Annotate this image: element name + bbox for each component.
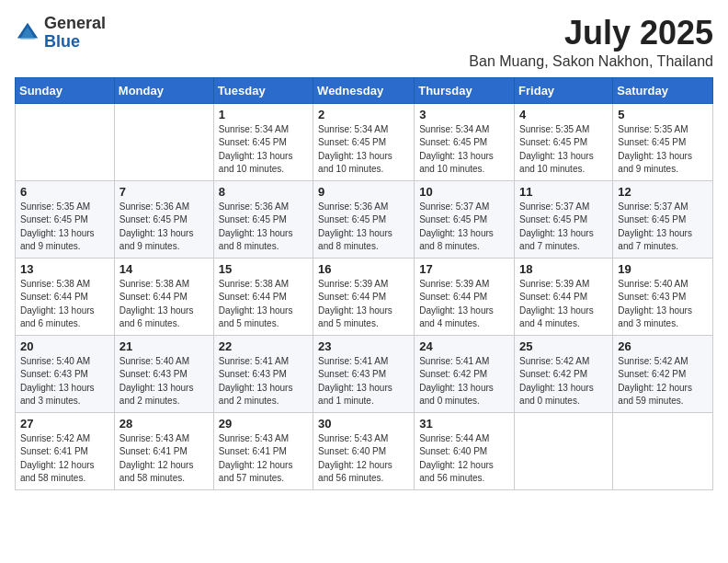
calendar-cell: 11Sunrise: 5:37 AM Sunset: 6:45 PM Dayli… (515, 180, 613, 258)
logo-icon (15, 20, 40, 46)
month-title: July 2025 (469, 15, 713, 52)
calendar-cell: 24Sunrise: 5:41 AM Sunset: 6:42 PM Dayli… (415, 335, 515, 412)
calendar-cell: 10Sunrise: 5:37 AM Sunset: 6:45 PM Dayli… (415, 180, 515, 258)
day-number: 9 (318, 185, 409, 199)
day-number: 17 (419, 262, 509, 276)
day-detail: Sunrise: 5:37 AM Sunset: 6:45 PM Dayligh… (519, 201, 608, 254)
header-friday: Friday (515, 77, 613, 103)
day-number: 13 (20, 262, 109, 276)
header-saturday: Saturday (613, 77, 713, 103)
calendar-cell: 4Sunrise: 5:35 AM Sunset: 6:45 PM Daylig… (515, 103, 613, 180)
calendar-cell: 12Sunrise: 5:37 AM Sunset: 6:45 PM Dayli… (613, 180, 713, 258)
day-detail: Sunrise: 5:36 AM Sunset: 6:45 PM Dayligh… (219, 201, 308, 254)
calendar-week-4: 20Sunrise: 5:40 AM Sunset: 6:43 PM Dayli… (16, 335, 713, 412)
day-detail: Sunrise: 5:41 AM Sunset: 6:43 PM Dayligh… (219, 355, 308, 408)
calendar-cell (114, 103, 213, 180)
day-number: 25 (519, 339, 608, 353)
day-detail: Sunrise: 5:43 AM Sunset: 6:41 PM Dayligh… (219, 432, 308, 486)
day-number: 11 (519, 185, 608, 199)
day-detail: Sunrise: 5:37 AM Sunset: 6:45 PM Dayligh… (419, 201, 509, 254)
calendar-cell: 8Sunrise: 5:36 AM Sunset: 6:45 PM Daylig… (213, 180, 313, 258)
day-number: 26 (618, 339, 708, 353)
calendar-cell: 17Sunrise: 5:39 AM Sunset: 6:44 PM Dayli… (415, 258, 515, 335)
logo-text: General Blue (44, 15, 106, 52)
day-number: 10 (419, 185, 509, 199)
calendar-cell: 14Sunrise: 5:38 AM Sunset: 6:44 PM Dayli… (114, 258, 213, 335)
calendar-header-row: SundayMondayTuesdayWednesdayThursdayFrid… (16, 77, 713, 103)
day-number: 15 (219, 262, 308, 276)
day-number: 23 (318, 339, 409, 353)
calendar-cell: 21Sunrise: 5:40 AM Sunset: 6:43 PM Dayli… (114, 335, 213, 412)
header-wednesday: Wednesday (313, 77, 415, 103)
day-number: 4 (519, 108, 608, 121)
day-number: 12 (618, 185, 708, 199)
calendar-cell: 9Sunrise: 5:36 AM Sunset: 6:45 PM Daylig… (313, 180, 415, 258)
header-sunday: Sunday (16, 77, 115, 103)
day-detail: Sunrise: 5:41 AM Sunset: 6:43 PM Dayligh… (318, 355, 409, 408)
day-detail: Sunrise: 5:38 AM Sunset: 6:44 PM Dayligh… (119, 278, 209, 331)
day-number: 1 (219, 108, 308, 121)
calendar-cell: 13Sunrise: 5:38 AM Sunset: 6:44 PM Dayli… (16, 258, 115, 335)
day-number: 31 (419, 417, 509, 431)
calendar-week-2: 6Sunrise: 5:35 AM Sunset: 6:45 PM Daylig… (16, 180, 713, 258)
day-number: 18 (519, 262, 608, 276)
calendar-cell: 25Sunrise: 5:42 AM Sunset: 6:42 PM Dayli… (515, 335, 613, 412)
header-thursday: Thursday (415, 77, 515, 103)
calendar-cell (515, 412, 613, 489)
logo: General Blue (15, 15, 106, 52)
calendar-cell: 23Sunrise: 5:41 AM Sunset: 6:43 PM Dayli… (313, 335, 415, 412)
day-number: 28 (119, 417, 209, 431)
calendar-cell (16, 103, 115, 180)
day-detail: Sunrise: 5:42 AM Sunset: 6:41 PM Dayligh… (20, 432, 109, 486)
day-number: 14 (119, 262, 209, 276)
calendar-cell: 7Sunrise: 5:36 AM Sunset: 6:45 PM Daylig… (114, 180, 213, 258)
day-number: 24 (419, 339, 509, 353)
calendar-cell: 1Sunrise: 5:34 AM Sunset: 6:45 PM Daylig… (213, 103, 313, 180)
day-number: 6 (20, 185, 109, 199)
location-title: Ban Muang, Sakon Nakhon, Thailand (469, 53, 713, 70)
day-detail: Sunrise: 5:34 AM Sunset: 6:45 PM Dayligh… (219, 123, 308, 177)
calendar-cell: 29Sunrise: 5:43 AM Sunset: 6:41 PM Dayli… (213, 412, 313, 489)
calendar-cell: 20Sunrise: 5:40 AM Sunset: 6:43 PM Dayli… (16, 335, 115, 412)
day-detail: Sunrise: 5:34 AM Sunset: 6:45 PM Dayligh… (318, 123, 409, 177)
day-detail: Sunrise: 5:41 AM Sunset: 6:42 PM Dayligh… (419, 355, 509, 408)
day-number: 2 (318, 108, 409, 121)
day-number: 19 (618, 262, 708, 276)
day-detail: Sunrise: 5:39 AM Sunset: 6:44 PM Dayligh… (519, 278, 608, 331)
calendar-cell: 6Sunrise: 5:35 AM Sunset: 6:45 PM Daylig… (16, 180, 115, 258)
day-number: 7 (119, 185, 209, 199)
day-number: 29 (219, 417, 308, 431)
day-detail: Sunrise: 5:43 AM Sunset: 6:40 PM Dayligh… (318, 432, 409, 486)
calendar-cell: 31Sunrise: 5:44 AM Sunset: 6:40 PM Dayli… (415, 412, 515, 489)
day-detail: Sunrise: 5:42 AM Sunset: 6:42 PM Dayligh… (618, 355, 708, 408)
calendar-cell: 3Sunrise: 5:34 AM Sunset: 6:45 PM Daylig… (415, 103, 515, 180)
calendar-cell: 19Sunrise: 5:40 AM Sunset: 6:43 PM Dayli… (613, 258, 713, 335)
day-detail: Sunrise: 5:44 AM Sunset: 6:40 PM Dayligh… (419, 432, 509, 486)
day-number: 3 (419, 108, 509, 121)
title-section: July 2025 Ban Muang, Sakon Nakhon, Thail… (469, 15, 713, 70)
day-number: 5 (618, 108, 708, 121)
calendar-cell: 26Sunrise: 5:42 AM Sunset: 6:42 PM Dayli… (613, 335, 713, 412)
calendar-table: SundayMondayTuesdayWednesdayThursdayFrid… (15, 77, 713, 490)
day-detail: Sunrise: 5:40 AM Sunset: 6:43 PM Dayligh… (618, 278, 708, 331)
day-number: 27 (20, 417, 109, 431)
calendar-cell (613, 412, 713, 489)
day-detail: Sunrise: 5:39 AM Sunset: 6:44 PM Dayligh… (419, 278, 509, 331)
day-number: 30 (318, 417, 409, 431)
calendar-week-3: 13Sunrise: 5:38 AM Sunset: 6:44 PM Dayli… (16, 258, 713, 335)
day-number: 21 (119, 339, 209, 353)
day-detail: Sunrise: 5:40 AM Sunset: 6:43 PM Dayligh… (119, 355, 209, 408)
calendar-cell: 16Sunrise: 5:39 AM Sunset: 6:44 PM Dayli… (313, 258, 415, 335)
calendar-week-5: 27Sunrise: 5:42 AM Sunset: 6:41 PM Dayli… (16, 412, 713, 489)
day-detail: Sunrise: 5:35 AM Sunset: 6:45 PM Dayligh… (618, 123, 708, 177)
day-number: 22 (219, 339, 308, 353)
calendar-cell: 5Sunrise: 5:35 AM Sunset: 6:45 PM Daylig… (613, 103, 713, 180)
calendar-cell: 22Sunrise: 5:41 AM Sunset: 6:43 PM Dayli… (213, 335, 313, 412)
logo-blue: Blue (44, 33, 106, 52)
calendar-cell: 27Sunrise: 5:42 AM Sunset: 6:41 PM Dayli… (16, 412, 115, 489)
day-detail: Sunrise: 5:38 AM Sunset: 6:44 PM Dayligh… (219, 278, 308, 331)
day-number: 16 (318, 262, 409, 276)
calendar-cell: 2Sunrise: 5:34 AM Sunset: 6:45 PM Daylig… (313, 103, 415, 180)
day-detail: Sunrise: 5:39 AM Sunset: 6:44 PM Dayligh… (318, 278, 409, 331)
header-monday: Monday (114, 77, 213, 103)
